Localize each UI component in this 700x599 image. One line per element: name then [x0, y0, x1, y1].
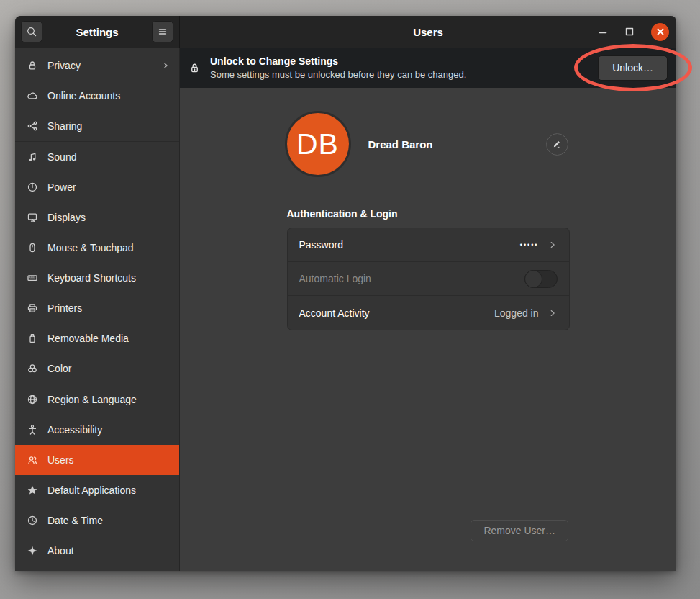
display-icon — [27, 212, 38, 223]
maximize-button[interactable] — [624, 27, 635, 37]
users-content: DB Dread Baron Authentication & Login Pa… — [180, 88, 676, 571]
sidebar-item-displays[interactable]: Displays — [15, 202, 179, 233]
sparkle-icon — [27, 545, 38, 557]
search-icon — [26, 26, 37, 37]
sidebar-item-sound[interactable]: Sound — [15, 142, 179, 172]
sidebar-item-default-applications[interactable]: Default Applications — [15, 475, 179, 505]
sidebar-item-label: Privacy — [47, 60, 81, 71]
lock-icon — [27, 60, 38, 71]
users-icon — [27, 454, 38, 466]
sidebar-item-label: Color — [47, 363, 71, 374]
window-controls — [598, 23, 669, 41]
mouse-icon — [27, 242, 38, 253]
sidebar-item-label: Accessibility — [47, 424, 102, 436]
power-icon — [27, 181, 38, 193]
removable-media-icon — [27, 333, 38, 344]
sidebar-item-mouse-touchpad[interactable]: Mouse & Touchpad — [15, 233, 179, 263]
sidebar: Privacy Online Accounts Sharing Sound — [15, 48, 180, 571]
chevron-right-icon — [160, 60, 171, 71]
banner-subtitle: Some settings must be unlocked before th… — [210, 69, 466, 80]
row-label: Automatic Login — [299, 273, 371, 284]
user-row: DB Dread Baron — [287, 113, 570, 175]
sidebar-item-label: Default Applications — [47, 485, 136, 496]
sidebar-item-online-accounts[interactable]: Online Accounts — [15, 81, 179, 111]
hamburger-icon — [157, 26, 168, 37]
sidebar-item-label: Displays — [47, 212, 86, 223]
minimize-button[interactable] — [598, 27, 608, 37]
close-button[interactable] — [651, 23, 669, 41]
sidebar-item-keyboard-shortcuts[interactable]: Keyboard Shortcuts — [15, 263, 179, 293]
banner-texts: Unlock to Change Settings Some settings … — [210, 55, 466, 80]
chevron-right-icon — [547, 240, 558, 250]
minimize-icon — [598, 27, 608, 37]
sidebar-item-removable-media[interactable]: Removable Media — [15, 323, 179, 353]
row-value: Logged in — [494, 307, 539, 319]
sidebar-item-date-time[interactable]: Date & Time — [15, 505, 179, 536]
menu-button[interactable] — [152, 21, 173, 42]
sound-icon — [27, 151, 38, 163]
settings-window: Settings Users — [15, 16, 676, 571]
pencil-icon — [552, 139, 562, 149]
unlock-button[interactable]: Unlock… — [598, 55, 668, 81]
search-button[interactable] — [21, 21, 42, 42]
auth-card: Password ••••• Automatic Login — [287, 228, 570, 330]
sidebar-item-color[interactable]: Color — [15, 353, 179, 384]
sidebar-item-sharing[interactable]: Sharing — [15, 111, 179, 141]
sidebar-header: Settings — [15, 16, 180, 48]
maximize-icon — [624, 27, 635, 37]
accessibility-icon — [27, 424, 38, 436]
star-icon — [27, 485, 38, 496]
toggle-knob — [524, 270, 542, 288]
cloud-icon — [27, 90, 38, 102]
close-icon — [656, 27, 665, 36]
remove-user-button[interactable]: Remove User… — [471, 520, 568, 541]
password-dots: ••••• — [520, 241, 539, 248]
sidebar-item-label: Removable Media — [47, 333, 129, 344]
unlock-banner: Unlock to Change Settings Some settings … — [180, 48, 676, 88]
window-body: Privacy Online Accounts Sharing Sound — [15, 48, 676, 571]
sidebar-item-label: Region & Language — [47, 394, 137, 405]
user-name: Dread Baron — [368, 138, 433, 150]
printer-icon — [27, 302, 38, 314]
sidebar-item-power[interactable]: Power — [15, 172, 179, 202]
account-activity-row[interactable]: Account Activity Logged in — [288, 296, 569, 330]
chevron-right-icon — [547, 308, 558, 318]
sidebar-item-users[interactable]: Users — [15, 445, 179, 475]
row-label: Password — [299, 239, 343, 251]
automatic-login-toggle[interactable] — [524, 270, 558, 288]
content-header: Users — [180, 16, 676, 48]
banner-title: Unlock to Change Settings — [210, 55, 466, 67]
sidebar-item-region-language[interactable]: Region & Language — [15, 384, 179, 415]
password-row[interactable]: Password ••••• — [288, 228, 569, 262]
titlebar: Settings Users — [15, 16, 676, 48]
sidebar-item-printers[interactable]: Printers — [15, 293, 179, 323]
desktop-background: Settings Users — [0, 0, 700, 599]
sidebar-item-label: Date & Time — [47, 515, 103, 526]
sidebar-item-label: Online Accounts — [47, 90, 120, 102]
section-heading: Authentication & Login — [287, 208, 570, 220]
sidebar-item-privacy[interactable]: Privacy — [15, 50, 179, 81]
content-column: DB Dread Baron Authentication & Login Pa… — [287, 88, 570, 330]
sidebar-item-label: Sharing — [47, 120, 82, 132]
sidebar-item-label: Sound — [47, 151, 76, 163]
main-panel: Unlock to Change Settings Some settings … — [180, 48, 676, 571]
clock-icon — [27, 515, 38, 526]
sidebar-item-about[interactable]: About — [15, 536, 179, 566]
automatic-login-row: Automatic Login — [288, 262, 569, 296]
color-icon — [27, 363, 38, 374]
sidebar-item-label: Mouse & Touchpad — [47, 242, 134, 253]
sidebar-item-label: Keyboard Shortcuts — [47, 272, 136, 284]
share-icon — [27, 120, 38, 132]
sidebar-item-label: About — [47, 545, 74, 557]
sidebar-item-accessibility[interactable]: Accessibility — [15, 415, 179, 445]
row-label: Account Activity — [299, 307, 370, 319]
keyboard-icon — [27, 272, 38, 284]
avatar[interactable]: DB — [287, 113, 349, 175]
sidebar-item-label: Power — [47, 181, 76, 193]
sidebar-item-label: Users — [47, 454, 74, 466]
edit-name-button[interactable] — [546, 133, 568, 156]
globe-icon — [27, 394, 38, 405]
sidebar-item-label: Printers — [47, 302, 82, 314]
lock-icon — [188, 62, 201, 74]
